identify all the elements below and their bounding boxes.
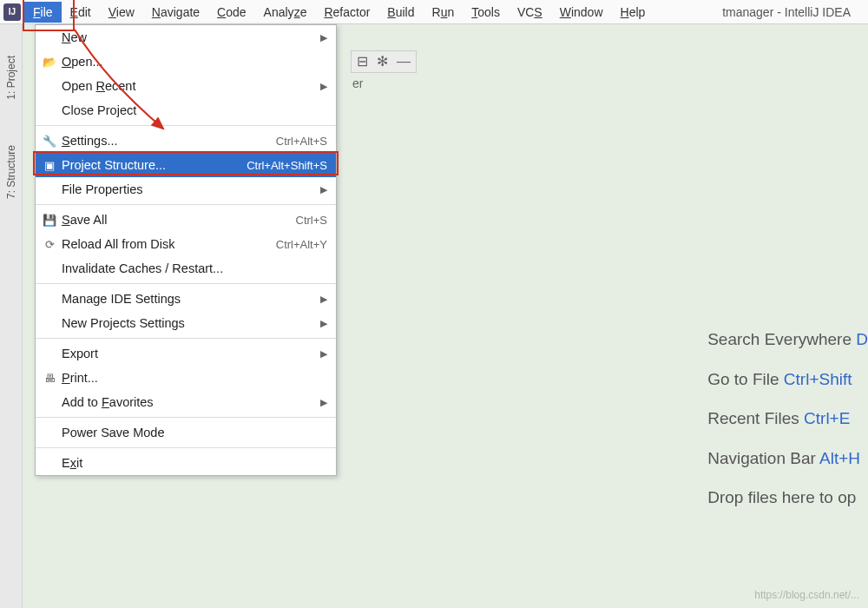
menu-item-reload[interactable]: ⟳ Reload All from Disk Ctrl+Alt+Y [36, 232, 336, 256]
menubar: IJ File Edit View Navigate Code Analyze … [0, 0, 868, 24]
hint-search: Search Everywhere D [707, 320, 868, 360]
tool-window-header: ⊟ ✻ — [351, 50, 417, 73]
menu-item-add-to-favorites[interactable]: Add to Favorites▶ [36, 390, 336, 414]
submenu-arrow-icon: ▶ [320, 294, 327, 305]
reload-icon: ⟳ [43, 237, 56, 251]
pin-icon[interactable]: ⊟ [357, 55, 368, 69]
window-title: tmanager - IntelliJ IDEA [722, 5, 868, 19]
menu-item-new[interactable]: New▶ [36, 25, 336, 50]
wrench-icon: 🔧 [43, 134, 56, 148]
menu-item-manage-ide-settings[interactable]: Manage IDE Settings▶ [36, 287, 336, 311]
watermark: https://blog.csdn.net/... [754, 589, 859, 601]
menu-item-invalidate-caches[interactable]: Invalidate Caches / Restart... [36, 256, 336, 281]
menu-item-close-project[interactable]: Close Project [36, 98, 336, 122]
file-menu-dropdown: New▶ 📂 Open... Open Recent▶ Close Projec… [35, 24, 337, 476]
menu-item-project-structure[interactable]: ▣ Project Structure... Ctrl+Alt+Shift+S [36, 153, 336, 177]
menu-separator [36, 417, 336, 418]
menu-edit[interactable]: Edit [62, 2, 100, 23]
structure-icon: ▣ [43, 158, 56, 172]
menu-build[interactable]: Build [378, 2, 423, 23]
menu-item-settings[interactable]: 🔧 Settings... Ctrl+Alt+S [36, 129, 336, 153]
menu-vcs[interactable]: VCS [509, 2, 551, 23]
hint-recent-files: Recent Files Ctrl+E [707, 399, 868, 439]
shortcut-label: Ctrl+Alt+S [276, 135, 327, 148]
minimize-icon[interactable]: — [397, 55, 411, 69]
menu-separator [36, 125, 336, 126]
shortcut-label: Ctrl+S [296, 214, 327, 227]
menu-item-new-projects-settings[interactable]: New Projects Settings▶ [36, 311, 336, 335]
menu-item-export[interactable]: Export▶ [36, 341, 336, 366]
welcome-hints: Search Everywhere D Go to File Ctrl+Shif… [707, 320, 868, 518]
disk-icon: 💾 [43, 213, 56, 227]
menu-tools[interactable]: Tools [463, 2, 509, 23]
menu-view[interactable]: View [100, 2, 143, 23]
menu-separator [36, 204, 336, 205]
menu-window[interactable]: Window [551, 2, 612, 23]
side-tab-structure[interactable]: 7: Structure [3, 140, 19, 204]
submenu-arrow-icon: ▶ [320, 318, 327, 329]
menu-analyze[interactable]: Analyze [255, 2, 316, 23]
menu-navigate[interactable]: Navigate [143, 2, 208, 23]
menu-code[interactable]: Code [208, 2, 254, 23]
menu-refactor[interactable]: Refactor [315, 2, 378, 23]
shortcut-label: Ctrl+Alt+Y [276, 238, 327, 251]
menu-separator [36, 447, 336, 448]
menu-separator [36, 338, 336, 339]
truncated-label: er [352, 76, 363, 90]
menu-run[interactable]: Run [424, 2, 464, 23]
menu-item-power-save[interactable]: Power Save Mode [36, 420, 336, 445]
menu-item-file-properties[interactable]: File Properties▶ [36, 177, 336, 202]
gear-icon[interactable]: ✻ [377, 55, 388, 69]
hint-goto-file: Go to File Ctrl+Shift [707, 360, 868, 400]
side-tab-project[interactable]: 1: Project [3, 50, 19, 105]
shortcut-label: Ctrl+Alt+Shift+S [247, 159, 327, 172]
hint-nav-bar: Navigation Bar Alt+H [707, 439, 868, 479]
menu-item-save-all[interactable]: 💾 Save All Ctrl+S [36, 208, 336, 232]
print-icon: 🖶 [43, 371, 56, 385]
submenu-arrow-icon: ▶ [320, 348, 327, 360]
submenu-arrow-icon: ▶ [320, 81, 327, 92]
menu-file[interactable]: File [24, 2, 62, 23]
menu-item-exit[interactable]: Exit [36, 451, 336, 475]
menu-item-print[interactable]: 🖶 Print... [36, 366, 336, 390]
app-icon: IJ [3, 3, 21, 21]
submenu-arrow-icon: ▶ [320, 397, 327, 408]
submenu-arrow-icon: ▶ [320, 32, 327, 43]
menu-help[interactable]: Help [612, 2, 654, 23]
tool-window-bar-left: 1: Project 7: Structure [0, 24, 23, 608]
menu-separator [36, 283, 336, 284]
submenu-arrow-icon: ▶ [320, 184, 327, 195]
folder-open-icon: 📂 [43, 55, 56, 69]
menu-item-open[interactable]: 📂 Open... [36, 50, 336, 74]
menu-item-open-recent[interactable]: Open Recent▶ [36, 74, 336, 98]
hint-drop-files: Drop files here to op [707, 478, 868, 518]
